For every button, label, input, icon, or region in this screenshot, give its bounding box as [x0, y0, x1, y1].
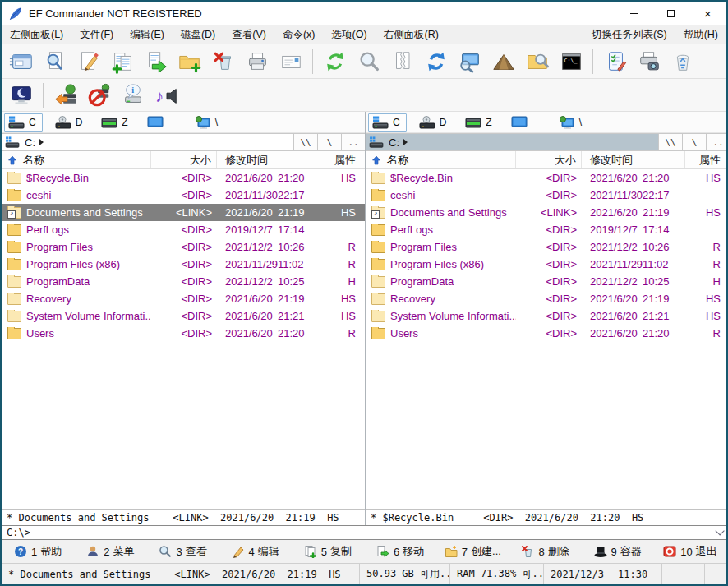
- left-list-empty-area[interactable]: [2, 339, 365, 510]
- print-screen-button[interactable]: [632, 46, 666, 77]
- file-row[interactable]: Program Files (x86) <DIR> 2021/11/29 11:…: [2, 256, 365, 273]
- quick-view-button[interactable]: [38, 46, 71, 77]
- pack-button[interactable]: [486, 46, 520, 77]
- drive-d-button[interactable]: D: [415, 113, 454, 132]
- path-root-unc-button[interactable]: \\: [293, 134, 317, 150]
- menu-switch-task-list[interactable]: 切换任务列表(S): [583, 25, 675, 44]
- task-list-button[interactable]: [598, 46, 632, 77]
- file-row[interactable]: $Recycle.Bin <DIR> 2021/6/20 21:20 HS: [2, 169, 365, 187]
- drive-c-button[interactable]: C: [368, 113, 407, 132]
- path-root-button[interactable]: \: [317, 134, 341, 150]
- fkey-edit-button[interactable]: 4编辑: [219, 540, 292, 563]
- night-mode-button[interactable]: [4, 80, 38, 111]
- file-row[interactable]: Program Files <DIR> 2021/12/2 10:26 R: [366, 238, 728, 256]
- new-folder-button[interactable]: [173, 46, 206, 77]
- path-up-button[interactable]: ..: [706, 134, 728, 150]
- drive-z-button[interactable]: Z: [461, 113, 498, 132]
- column-header-size[interactable]: 大小: [151, 151, 217, 168]
- drive-z-button[interactable]: Z: [97, 113, 134, 132]
- mail-button[interactable]: [274, 46, 307, 77]
- move-files-button[interactable]: [139, 46, 173, 77]
- column-header-attr[interactable]: 属性: [320, 151, 365, 168]
- menu-edit[interactable]: 编辑(E): [122, 25, 173, 44]
- print-button[interactable]: [240, 46, 274, 77]
- file-row[interactable]: System Volume Informati... <DIR> 2021/6/…: [2, 307, 365, 325]
- file-row[interactable]: ceshi <DIR> 2021/11/30 22:17: [2, 187, 365, 204]
- file-row[interactable]: ProgramData <DIR> 2021/12/2 10:25 H: [2, 273, 365, 290]
- menu-disk[interactable]: 磁盘(D): [173, 25, 223, 44]
- fkey-view-button[interactable]: 3查看: [146, 540, 219, 563]
- menu-command[interactable]: 命令(x): [274, 25, 324, 44]
- command-prompt-button[interactable]: C:\_: [554, 46, 587, 77]
- file-date: 2021/12/2: [217, 241, 278, 253]
- copy-files-button[interactable]: [105, 46, 139, 77]
- fkey-exit-button[interactable]: 10退出: [654, 540, 726, 563]
- file-row[interactable]: ProgramData <DIR> 2021/12/2 10:25 H: [366, 273, 728, 290]
- menu-left-panel[interactable]: 左侧面板(L): [2, 25, 71, 44]
- file-row[interactable]: Users <DIR> 2021/6/20 21:20 R: [366, 325, 728, 339]
- drive-c-button[interactable]: C: [4, 113, 43, 132]
- fkey-delete-button[interactable]: 8删除: [509, 540, 581, 563]
- menu-file[interactable]: 文件(F): [71, 25, 122, 44]
- sounds-button[interactable]: ♪: [150, 80, 183, 111]
- file-row[interactable]: System Volume Informati... <DIR> 2021/6/…: [366, 307, 728, 325]
- network-button[interactable]: \: [555, 113, 588, 132]
- this-pc-button[interactable]: [507, 113, 538, 132]
- column-header-size[interactable]: 大小: [516, 151, 582, 168]
- fkey-copy-button[interactable]: 5复制: [292, 540, 364, 563]
- path-up-button[interactable]: ..: [341, 134, 365, 150]
- file-row[interactable]: $Recycle.Bin <DIR> 2021/6/20 21:20 HS: [366, 169, 728, 187]
- delete-button[interactable]: [206, 46, 240, 77]
- disconnect-network-drive-button[interactable]: [82, 80, 116, 111]
- left-path-bar[interactable]: C: \\ \ ..: [2, 133, 365, 151]
- compare-files-button[interactable]: [385, 46, 419, 77]
- fkey-move-button[interactable]: 6移动: [364, 540, 436, 563]
- fkey-help-button[interactable]: ? 1帮助: [2, 540, 74, 563]
- path-root-button[interactable]: \: [682, 134, 706, 150]
- synchronize-button[interactable]: [419, 46, 453, 77]
- recycle-bin-button[interactable]: [666, 46, 699, 77]
- minimize-button[interactable]: [615, 2, 652, 25]
- network-button[interactable]: \: [191, 113, 224, 132]
- maximize-button[interactable]: [652, 2, 689, 25]
- fkey-create-button[interactable]: 7创建...: [436, 540, 509, 563]
- file-row[interactable]: Program Files (x86) <DIR> 2021/11/29 11:…: [366, 256, 728, 273]
- menu-right-panel[interactable]: 右侧面板(R): [376, 25, 447, 44]
- drive-info-button[interactable]: i: [116, 80, 150, 111]
- menu-options[interactable]: 选项(O): [324, 25, 376, 44]
- file-row[interactable]: Users <DIR> 2021/6/20 21:20 R: [2, 325, 365, 339]
- new-panel-button[interactable]: [4, 46, 38, 77]
- file-row[interactable]: Documents and Settings <LINK> 2021/6/20 …: [2, 204, 365, 221]
- file-row[interactable]: PerfLogs <DIR> 2019/12/7 17:14: [2, 221, 365, 238]
- close-button[interactable]: ×: [689, 2, 726, 25]
- column-header-modified[interactable]: 修改时间: [217, 151, 320, 168]
- map-network-drive-button[interactable]: [48, 80, 82, 111]
- command-line[interactable]: C:\>: [2, 525, 726, 540]
- file-row[interactable]: ceshi <DIR> 2021/11/30 22:17: [366, 187, 728, 204]
- path-root-unc-button[interactable]: \\: [658, 134, 682, 150]
- column-header-name[interactable]: 名称: [366, 151, 516, 168]
- menu-help[interactable]: 帮助(H): [675, 25, 726, 44]
- file-row[interactable]: Documents and Settings <LINK> 2021/6/20 …: [366, 204, 728, 221]
- file-attr: HS: [685, 172, 728, 184]
- right-path-bar[interactable]: C: \\ \ ..: [366, 133, 728, 151]
- drive-d-button[interactable]: D: [51, 113, 90, 132]
- right-list-empty-area[interactable]: [366, 339, 728, 510]
- file-row[interactable]: PerfLogs <DIR> 2019/12/7 17:14: [366, 221, 728, 238]
- screen-view-button[interactable]: [453, 46, 486, 77]
- file-row[interactable]: Recovery <DIR> 2021/6/20 21:19 HS: [366, 290, 728, 307]
- search-folder-button[interactable]: [520, 46, 554, 77]
- column-header-name[interactable]: 名称: [2, 151, 151, 168]
- refresh-button[interactable]: [318, 46, 352, 77]
- search-button[interactable]: [352, 46, 385, 77]
- file-row[interactable]: Program Files <DIR> 2021/12/2 10:26 R: [2, 238, 365, 256]
- column-header-modified[interactable]: 修改时间: [582, 151, 685, 168]
- column-header-attr[interactable]: 属性: [685, 151, 728, 168]
- fkey-container-button[interactable]: 9容器: [582, 540, 654, 563]
- menu-view[interactable]: 查看(V): [223, 25, 274, 44]
- file-row[interactable]: Recovery <DIR> 2021/6/20 21:19 HS: [2, 290, 365, 307]
- fkey-menu-button[interactable]: 2菜单: [74, 540, 146, 563]
- edit-file-button[interactable]: [71, 46, 105, 77]
- command-history-chevron-icon[interactable]: [715, 526, 724, 535]
- this-pc-button[interactable]: [143, 113, 174, 132]
